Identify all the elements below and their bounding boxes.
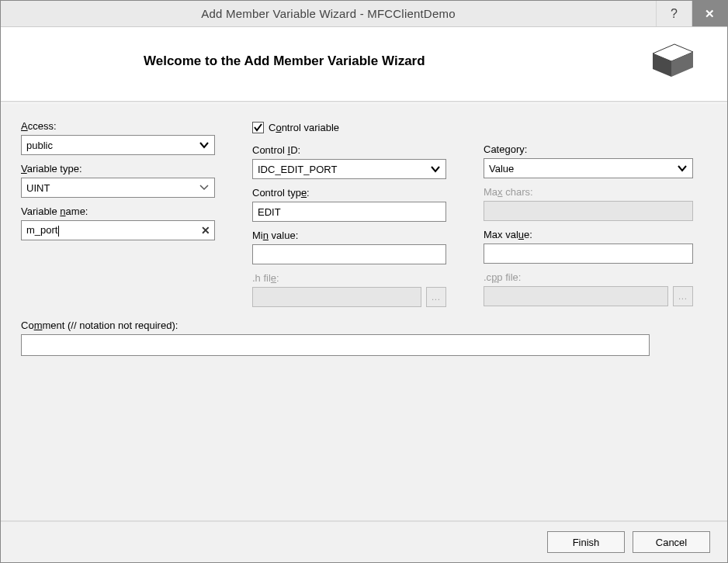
chevron-down-icon <box>428 165 442 173</box>
min-value-input[interactable] <box>252 244 446 264</box>
comment-input[interactable] <box>21 334 650 356</box>
cppfile-label: .cpp file: <box>484 271 693 283</box>
help-button[interactable]: ? <box>656 1 692 26</box>
category-value: Value <box>489 163 514 174</box>
left-column: Access: public Variable type: UINT <box>21 120 215 315</box>
wizard-header-title: Welcome to the Add Member Variable Wizar… <box>19 54 645 69</box>
control-type-label: Control type: <box>252 187 446 199</box>
control-variable-checkbox-row[interactable]: Control variable <box>252 122 446 133</box>
chevron-down-icon <box>197 185 211 191</box>
control-type-input[interactable]: EDIT <box>252 202 446 222</box>
category-select[interactable]: Value <box>484 158 693 178</box>
max-chars-input <box>484 201 693 221</box>
cppfile-browse-button: ... <box>673 286 693 306</box>
right-column: Category: Value Max chars: Max v <box>484 120 693 315</box>
middle-column: Control variable Control ID: IDC_EDIT_PO… <box>252 120 446 315</box>
wizard-window: Add Member Variable Wizard - MFCClientDe… <box>0 0 728 563</box>
hfile-label: .h file: <box>252 272 446 284</box>
control-id-select[interactable]: IDC_EDIT_PORT <box>252 159 446 179</box>
clear-icon[interactable]: ✕ <box>197 224 214 237</box>
titlebar: Add Member Variable Wizard - MFCClientDe… <box>1 1 727 27</box>
variable-type-label: Variable type: <box>21 163 215 174</box>
control-type-value: EDIT <box>258 206 281 218</box>
access-value: public <box>26 140 53 151</box>
close-button[interactable]: ✕ <box>692 1 727 26</box>
hfile-browse-button: ... <box>426 287 446 307</box>
cppfile-input <box>484 286 668 306</box>
footer: Finish Cancel <box>1 520 727 562</box>
control-id-label: Control ID: <box>252 144 446 156</box>
hfile-input <box>252 287 421 307</box>
control-id-value: IDC_EDIT_PORT <box>258 164 337 175</box>
access-label: Access: <box>21 120 215 132</box>
wizard-header: Welcome to the Add Member Variable Wizar… <box>1 27 727 102</box>
text-caret <box>58 226 59 237</box>
min-value-label: Min value: <box>252 230 446 241</box>
variable-type-select[interactable]: UINT <box>21 178 215 198</box>
access-select[interactable]: public <box>21 135 215 155</box>
chevron-down-icon <box>675 164 689 172</box>
box-icon <box>645 40 701 82</box>
cancel-button[interactable]: Cancel <box>633 531 710 553</box>
window-title: Add Member Variable Wizard - MFCClientDe… <box>1 7 656 20</box>
max-chars-label: Max chars: <box>484 186 693 198</box>
titlebar-buttons: ? ✕ <box>656 1 727 26</box>
comment-section: Comment (// notation not required): <box>21 319 707 356</box>
finish-button[interactable]: Finish <box>547 531 625 553</box>
control-variable-label: Control variable <box>269 122 339 133</box>
category-label: Category: <box>484 143 693 155</box>
comment-label: Comment (// notation not required): <box>21 319 707 331</box>
form-area: Access: public Variable type: UINT <box>1 102 727 520</box>
control-variable-checkbox[interactable] <box>252 122 264 133</box>
max-value-input[interactable] <box>484 244 693 264</box>
max-value-label: Max value: <box>484 229 693 240</box>
variable-type-value: UINT <box>26 182 50 194</box>
variable-name-input[interactable]: m_port ✕ <box>21 220 215 240</box>
variable-name-label: Variable name: <box>21 206 215 217</box>
chevron-down-icon <box>197 141 211 149</box>
variable-name-value: m_port <box>26 224 57 236</box>
